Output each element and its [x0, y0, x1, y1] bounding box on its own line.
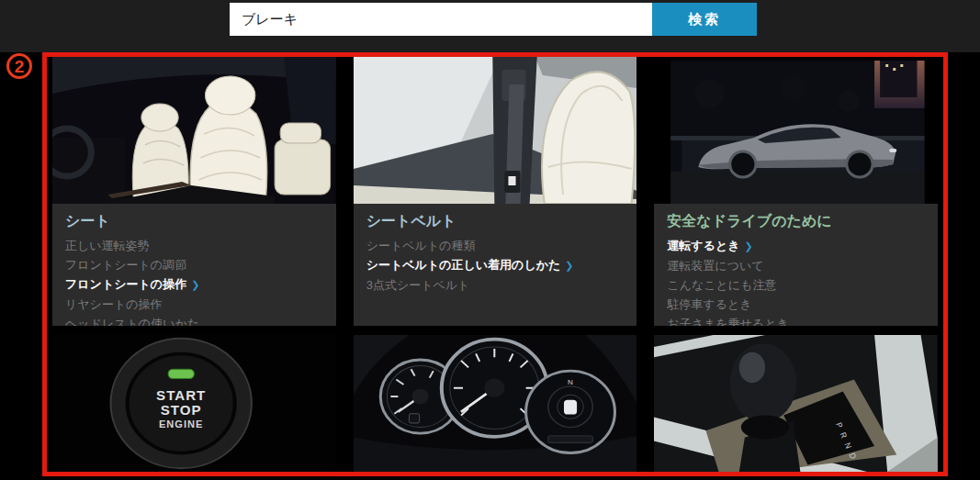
seat-interior-image[interactable] [52, 57, 336, 204]
chevron-right-icon: ❯ [565, 260, 573, 271]
seatbelt-illustration [354, 57, 637, 204]
gear-shift-image[interactable]: P R N D [654, 335, 938, 472]
card-seatbelt: シートベルト シートベルトの種類 シートベルトの正しい着用のしかた❯ 3点式シー… [354, 57, 637, 326]
card-seat-title[interactable]: シート [65, 212, 323, 231]
card-link-label: フロントシートの操作 [65, 277, 186, 291]
chevron-right-icon: ❯ [191, 279, 199, 290]
svg-text:ENGINE: ENGINE [159, 419, 204, 430]
card-seatbelt-title[interactable]: シートベルト [366, 212, 625, 231]
card-link[interactable]: シートベルトの種類 [366, 236, 625, 255]
card-safe-driving-links: 運転するとき❯ 運転装置について こんなことにも注意 駐停車するとき お子さまを… [667, 236, 925, 326]
card-seat-links: 正しい運転姿勢 フロントシートの調節 フロントシートの操作❯ リヤシートの操作 … [65, 236, 323, 326]
night-car-photo [654, 57, 938, 204]
gear-shift-illustration: P R N D [654, 335, 938, 472]
card-seat-body: シート 正しい運転姿勢 フロントシートの調節 フロントシートの操作❯ リヤシート… [52, 204, 336, 326]
card-link[interactable]: 正しい運転姿勢 [65, 236, 323, 255]
svg-text:START: START [156, 388, 206, 402]
card-link-label: シートベルトの正しい着用のしかた [366, 258, 561, 272]
engine-start-button-illustration: START STOP ENGINE [52, 335, 336, 472]
chevron-right-icon: ❯ [745, 240, 753, 251]
card-safe-driving-body: 安全なドライブのために 運転するとき❯ 運転装置について こんなことにも注意 駐… [654, 204, 938, 326]
card-seat: シート 正しい運転姿勢 フロントシートの調節 フロントシートの操作❯ リヤシート… [52, 57, 336, 326]
card-link-active[interactable]: 運転するとき❯ [667, 236, 925, 256]
card-link[interactable]: 運転装置について [667, 256, 925, 275]
card-link[interactable]: フロントシートの調節 [65, 255, 323, 274]
engine-start-button-image[interactable]: START STOP ENGINE [52, 335, 336, 472]
seat-interior-illustration [52, 57, 336, 204]
content-frame: シート 正しい運転姿勢 フロントシートの調節 フロントシートの操作❯ リヤシート… [42, 52, 948, 476]
card-safe-driving: 安全なドライブのために 運転するとき❯ 運転装置について こんなことにも注意 駐… [654, 57, 938, 326]
indicator-light [168, 369, 194, 378]
svg-text:N: N [568, 378, 573, 386]
card-link-active[interactable]: シートベルトの正しい着用のしかた❯ [366, 255, 625, 275]
card-link[interactable]: お子さまを乗せるとき [667, 314, 925, 326]
card-link[interactable]: リヤシートの操作 [65, 295, 323, 314]
card-link[interactable]: 3点式シートベルト [366, 275, 625, 295]
instrument-cluster-image[interactable]: N [354, 335, 637, 472]
card-link-label: 運転するとき [667, 239, 739, 252]
instrument-cluster-illustration: N [354, 335, 637, 472]
card-seatbelt-body: シートベルト シートベルトの種類 シートベルトの正しい着用のしかた❯ 3点式シー… [354, 204, 637, 326]
night-driving-car-image[interactable] [654, 57, 938, 204]
annotation-step-2-marker: 2 [6, 53, 32, 79]
card-safe-driving-title[interactable]: 安全なドライブのために [667, 212, 925, 231]
top-search-bar: 検索 [0, 0, 980, 52]
info-display: N [525, 371, 614, 452]
card-seatbelt-links: シートベルトの種類 シートベルトの正しい着用のしかた❯ 3点式シートベルト [366, 236, 625, 295]
search-input[interactable] [230, 3, 652, 36]
card-link[interactable]: ヘッドレストの使いかた [65, 314, 323, 326]
search-button[interactable]: 検索 [652, 3, 757, 36]
svg-text:STOP: STOP [161, 403, 202, 417]
card-link-active[interactable]: フロントシートの操作❯ [65, 274, 323, 295]
card-grid: シート 正しい運転姿勢 フロントシートの調節 フロントシートの操作❯ リヤシート… [47, 57, 943, 472]
card-link[interactable]: こんなことにも注意 [667, 275, 925, 295]
card-link[interactable]: 駐停車するとき [667, 295, 925, 314]
seatbelt-seat-image[interactable] [354, 57, 637, 204]
